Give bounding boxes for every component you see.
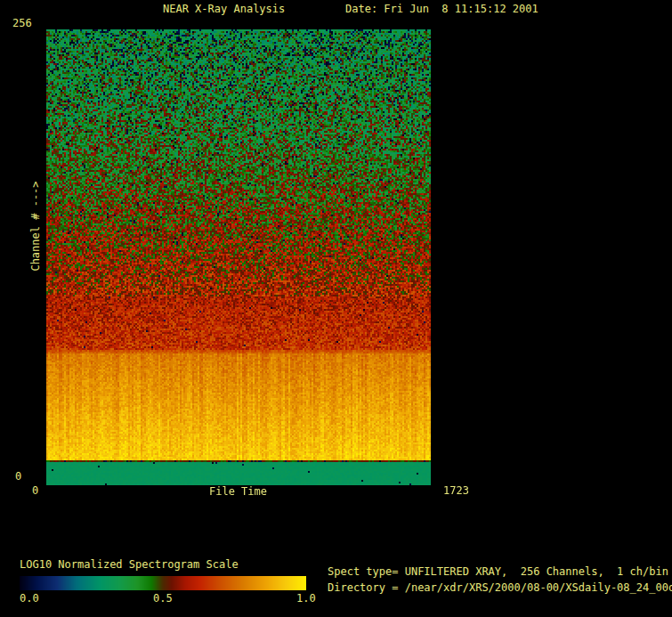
xray-analysis-window: NEAR X-Ray Analysis Date: Fri Jun 8 11:1… — [0, 0, 672, 617]
y-axis-min-tick: 0 — [15, 471, 21, 483]
colorbar-gradient — [20, 576, 306, 590]
color-scale-tick-max: 1.0 — [296, 593, 316, 605]
spectrogram-image — [46, 29, 431, 485]
x-axis-title: File Time — [46, 485, 430, 498]
y-axis-title: Channel # ---> — [29, 181, 42, 271]
x-axis-max-tick: 1723 — [443, 485, 469, 497]
y-axis-max-tick: 256 — [12, 18, 32, 29]
color-scale-title: LOG10 Normalized Spectrogram Scale — [20, 559, 239, 571]
directory-info: Directory = /near/xdr/XRS/2000/08-00/XSd… — [328, 582, 672, 594]
date-label: Date: Fri Jun 8 11:15:12 2001 — [345, 4, 538, 15]
x-axis-min-tick: 0 — [32, 485, 38, 497]
color-scale-tick-min: 0.0 — [20, 593, 39, 605]
color-scale-tick-mid: 0.5 — [153, 593, 173, 605]
spect-type-info: Spect type= UNFILTERED XRAY, 256 Channel… — [328, 566, 668, 578]
page-title: NEAR X-Ray Analysis — [163, 4, 285, 15]
